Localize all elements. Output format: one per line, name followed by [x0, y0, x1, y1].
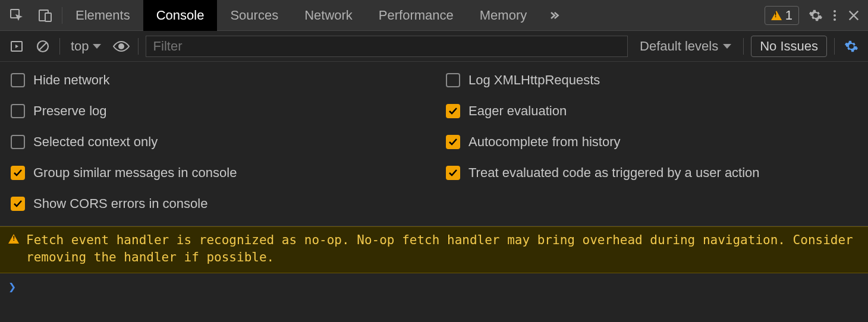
warning-count: 1: [785, 8, 792, 23]
svg-point-4: [834, 14, 836, 17]
kebab-menu-icon[interactable]: [825, 6, 844, 25]
setting-preserve-log[interactable]: Preserve log: [11, 103, 422, 119]
console-prompt[interactable]: ❯: [0, 273, 868, 301]
svg-rect-2: [45, 13, 51, 21]
filter-input[interactable]: [146, 36, 628, 57]
context-selector[interactable]: top: [67, 39, 105, 54]
settings-gear-icon[interactable]: [806, 6, 825, 25]
svg-point-3: [834, 10, 836, 12]
tab-elements[interactable]: Elements: [62, 0, 143, 31]
setting-autocomplete-history[interactable]: Autocomplete from history: [446, 134, 857, 150]
divider: [59, 38, 60, 55]
console-settings-gear-icon[interactable]: [842, 37, 861, 56]
setting-log-xhr[interactable]: Log XMLHttpRequests: [446, 72, 857, 88]
svg-point-8: [118, 43, 124, 49]
device-toggle-icon[interactable]: [36, 6, 55, 25]
toggle-sidebar-icon[interactable]: [7, 37, 26, 56]
console-settings-panel: Hide network Log XMLHttpRequests Preserv…: [0, 62, 868, 226]
warning-triangle-icon: [771, 11, 782, 20]
clear-console-icon[interactable]: [33, 37, 52, 56]
setting-hide-network[interactable]: Hide network: [11, 72, 422, 88]
divider: [743, 38, 744, 55]
tab-memory[interactable]: Memory: [467, 0, 540, 31]
close-icon[interactable]: [844, 6, 863, 25]
prompt-chevron-icon: ❯: [8, 279, 16, 294]
setting-group-similar[interactable]: Group similar messages in console: [11, 165, 422, 181]
console-toolbar: top Default levels No Issues: [0, 31, 868, 62]
inspect-element-icon[interactable]: [7, 6, 26, 25]
devtools-tab-strip: Elements Console Sources Network Perform…: [0, 0, 868, 31]
divider: [138, 38, 139, 55]
tab-console[interactable]: Console: [143, 0, 218, 31]
warnings-badge[interactable]: 1: [765, 6, 799, 25]
chevron-down-icon: [723, 44, 731, 49]
tab-performance[interactable]: Performance: [366, 0, 467, 31]
warning-triangle-icon: [8, 234, 19, 244]
chevron-down-icon: [93, 44, 101, 49]
warning-message-text: Fetch event handler is recognized as no-…: [26, 232, 860, 267]
live-expression-icon[interactable]: [112, 37, 131, 56]
console-warning-entry[interactable]: Fetch event handler is recognized as no-…: [0, 226, 868, 273]
setting-eager-evaluation[interactable]: Eager evaluation: [446, 103, 857, 119]
svg-point-5: [834, 18, 836, 21]
tab-sources[interactable]: Sources: [217, 0, 291, 31]
issues-button[interactable]: No Issues: [751, 36, 827, 57]
more-tabs-icon[interactable]: [545, 6, 564, 25]
setting-treat-user-action[interactable]: Treat evaluated code as triggered by a u…: [446, 165, 857, 181]
divider: [834, 38, 835, 55]
log-levels-selector[interactable]: Default levels: [635, 39, 736, 54]
setting-show-cors[interactable]: Show CORS errors in console: [11, 196, 422, 211]
tab-network[interactable]: Network: [291, 0, 366, 31]
setting-selected-context[interactable]: Selected context only: [11, 134, 422, 150]
